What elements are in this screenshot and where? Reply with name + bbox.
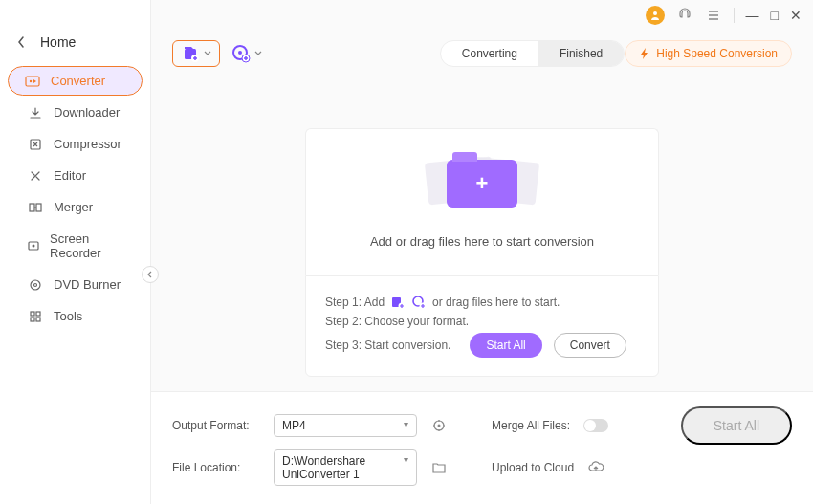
open-folder-icon[interactable]: [430, 459, 448, 476]
user-avatar[interactable]: [646, 6, 665, 25]
upload-label: Upload to Cloud: [492, 461, 574, 474]
sidebar-item-merger[interactable]: Merger: [10, 192, 141, 222]
chevron-down-icon: [204, 51, 211, 56]
sidebar: Home Converter Downloader Compressor Edi…: [0, 0, 151, 504]
svg-point-8: [34, 283, 37, 286]
center-panel: + Add or drag files here to start conver…: [151, 71, 813, 391]
chevron-down-icon: [254, 51, 262, 56]
maximize-button[interactable]: □: [771, 8, 779, 23]
svg-rect-0: [26, 77, 39, 86]
back-icon: [17, 36, 27, 48]
file-location-select[interactable]: D:\Wondershare UniConverter 1: [274, 449, 417, 486]
titlebar: — □ ✕: [151, 0, 813, 31]
add-dvd-icon: [411, 295, 427, 310]
sidebar-item-converter[interactable]: Converter: [8, 66, 143, 96]
sidebar-item-label: Downloader: [54, 105, 120, 120]
lightning-icon: [639, 47, 650, 60]
add-dvd-icon: [231, 44, 251, 63]
converter-icon: [24, 76, 41, 87]
sidebar-item-label: Editor: [54, 168, 86, 183]
drop-zone[interactable]: + Add or drag files here to start conver…: [305, 128, 659, 275]
svg-rect-11: [31, 318, 34, 321]
sidebar-item-dvd-burner[interactable]: DVD Burner: [10, 270, 141, 299]
add-file-icon: [390, 295, 406, 310]
svg-point-13: [653, 11, 657, 15]
sidebar-item-label: Compressor: [54, 137, 121, 151]
sidebar-item-downloader[interactable]: Downloader: [10, 98, 141, 127]
svg-rect-9: [31, 312, 34, 316]
drop-message: Add or drag files here to start conversi…: [370, 234, 594, 249]
merge-toggle[interactable]: [583, 419, 608, 432]
output-format-select[interactable]: MP4: [274, 414, 417, 437]
tools-icon: [27, 310, 44, 323]
svg-point-7: [31, 280, 40, 290]
format-settings-icon[interactable]: [430, 417, 448, 434]
svg-rect-12: [36, 318, 40, 321]
editor-icon: [27, 169, 44, 183]
step-3: Step 3: Start conversion. Start All Conv…: [325, 333, 639, 358]
sidebar-item-tools[interactable]: Tools: [10, 301, 141, 331]
divider: [734, 8, 735, 23]
merger-icon: [27, 201, 44, 214]
downloader-icon: [27, 106, 44, 120]
status-tabs: Converting Finished: [440, 40, 625, 67]
tab-finished[interactable]: Finished: [538, 41, 624, 66]
sidebar-item-compressor[interactable]: Compressor: [10, 129, 141, 159]
sidebar-item-label: DVD Burner: [54, 277, 121, 292]
output-format-label: Output Format:: [172, 419, 260, 432]
add-file-button[interactable]: [172, 40, 220, 67]
sidebar-item-label: Merger: [54, 200, 93, 214]
sidebar-item-label: Converter: [51, 74, 105, 88]
screen-recorder-icon: [27, 239, 40, 252]
start-all-main-button[interactable]: Start All: [681, 406, 792, 445]
tab-converting[interactable]: Converting: [441, 41, 538, 66]
home-label: Home: [40, 34, 76, 50]
svg-rect-10: [36, 312, 40, 316]
minimize-button[interactable]: —: [746, 8, 759, 23]
svg-rect-4: [36, 204, 41, 211]
svg-point-6: [33, 245, 35, 248]
support-icon[interactable]: [676, 7, 693, 24]
close-button[interactable]: ✕: [790, 8, 802, 23]
dvd-burner-icon: [27, 278, 44, 292]
convert-button[interactable]: Convert: [554, 333, 626, 358]
compressor-icon: [27, 138, 44, 151]
svg-point-24: [438, 425, 441, 427]
svg-point-17: [238, 51, 242, 55]
folder-illustration: +: [425, 150, 539, 217]
svg-point-1: [30, 79, 32, 81]
svg-rect-3: [30, 204, 34, 211]
merge-label: Merge All Files:: [492, 419, 570, 432]
sidebar-item-label: Screen Recorder: [50, 231, 123, 260]
plus-icon: +: [447, 160, 517, 208]
toolbar: Converting Finished High Speed Conversio…: [151, 31, 813, 71]
step-2: Step 2: Choose your format.: [325, 315, 639, 328]
sidebar-item-screen-recorder[interactable]: Screen Recorder: [10, 224, 141, 268]
drop-card: + Add or drag files here to start conver…: [305, 128, 659, 391]
sidebar-item-editor[interactable]: Editor: [10, 161, 141, 190]
main-area: — □ ✕ Converting Finished: [151, 0, 813, 504]
add-file-icon: [181, 45, 200, 62]
instructions: Step 1: Add or drag files here to start.…: [305, 275, 659, 377]
step-1: Step 1: Add or drag files here to start.: [325, 295, 639, 310]
high-speed-label: High Speed Conversion: [656, 47, 778, 60]
start-all-button[interactable]: Start All: [470, 333, 541, 358]
sidebar-item-label: Tools: [54, 309, 82, 323]
menu-icon[interactable]: [705, 7, 722, 24]
home-button[interactable]: Home: [0, 27, 150, 65]
high-speed-button[interactable]: High Speed Conversion: [625, 40, 792, 67]
add-dvd-button[interactable]: [231, 44, 262, 63]
file-location-label: File Location:: [172, 461, 260, 474]
cloud-upload-icon[interactable]: [587, 459, 604, 476]
bottom-bar: Output Format: MP4 Merge All Files: Star…: [151, 391, 813, 504]
